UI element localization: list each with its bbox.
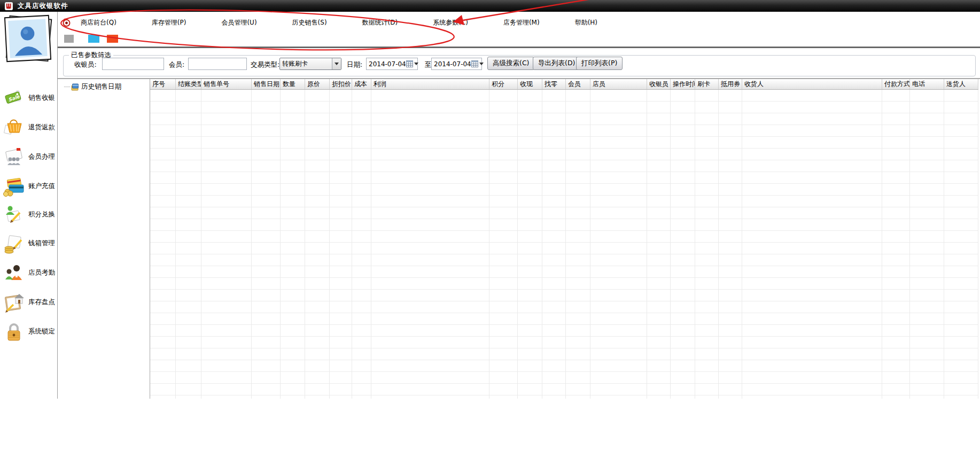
sidebar-item-return-refund[interactable]: 退货返款 [0,114,58,140]
content-area: 历史销售日期 序号 结账类型 销售单号 销售日期 数量 原价 折扣价 成本 利润… [58,78,980,399]
mdi-square-orange[interactable] [107,35,118,43]
table-grid-column [944,90,978,399]
table-grid-column [910,90,944,399]
date-to-picker[interactable]: 2014-07-04 [431,58,482,70]
column-header[interactable]: 送货人 [944,79,978,89]
table-grid-column [281,90,305,399]
table-grid-column [671,90,695,399]
tree-item-label: 历史销售日期 [81,82,121,91]
column-header[interactable]: 收现 [518,79,542,89]
sidebar-item-label: 积分兑换 [28,210,55,219]
sidebar-item-label: 账户充值 [28,182,55,191]
column-header[interactable]: 序号 [150,79,176,89]
chevron-down-icon [479,63,484,65]
table-grid-column [176,90,201,399]
screen: 文具店收银软件 Sale 销售收银 [0,0,980,466]
column-header[interactable]: 操作时间 [671,79,695,89]
table-body [150,90,978,399]
return-basket-icon [3,116,25,138]
column-header[interactable]: 收银员 [647,79,671,89]
cashier-label: 收银员: [74,60,97,69]
sidebar-item-system-lock[interactable]: 系统锁定 [0,319,58,344]
column-header[interactable]: 原价 [305,79,330,89]
column-header[interactable]: 会员 [566,79,590,89]
sidebar-item-label: 销售收银 [28,94,55,103]
table-grid-column [647,90,671,399]
sidebar-item-staff-attendance[interactable]: 店员考勤 [0,260,58,285]
table-grid-column [566,90,590,399]
filter-group: 已售参数筛选 收银员: 会员: 交易类型: 转账刷卡 日期: 2014-07-0… [63,55,976,76]
titlebar: 文具店收银软件 [0,0,980,12]
menu-item-statistics[interactable]: 数据统计(D) [360,17,400,28]
mdi-window-squares [63,34,127,44]
column-header[interactable]: 付款方式 [882,79,910,89]
print-list-button[interactable]: 打印列表(P) [576,57,623,70]
member-input[interactable] [188,58,247,70]
table-grid-column [201,90,252,399]
member-label: 会员: [169,60,184,69]
column-header[interactable]: 结账类型 [176,79,201,89]
chevron-down-icon [414,63,418,65]
mdi-square-cyan[interactable] [88,35,99,43]
attendance-icon [3,262,25,283]
sidebar-item-membership[interactable]: 会员办理 [0,144,58,169]
sidebar-item-label: 钱箱管理 [28,239,55,248]
tree-item-history-sales-date[interactable]: 历史销售日期 [64,82,150,91]
export-list-button[interactable]: 导出列表(D) [533,57,580,70]
table-header-row: 序号 结账类型 销售单号 销售日期 数量 原价 折扣价 成本 利润 积分 收现 … [150,79,978,90]
sales-table: 序号 结账类型 销售单号 销售日期 数量 原价 折扣价 成本 利润 积分 收现 … [150,79,978,399]
menu-item-store-front[interactable]: 商店前台(Q) [79,17,119,28]
toolbar-divider [58,46,980,48]
table-grid-column [305,90,330,399]
column-header[interactable]: 找零 [542,79,566,89]
column-header[interactable]: 积分 [489,79,518,89]
menu-item-help[interactable]: 帮助(H) [573,17,600,28]
sidebar-item-points-exchange[interactable]: 积分兑换 [0,201,58,227]
column-header[interactable]: 刷卡 [695,79,719,89]
table-grid-column [719,90,742,399]
lock-icon [3,321,25,342]
cashier-input[interactable] [102,58,164,70]
menu-item-system-params[interactable]: 系统参数(C) [431,17,470,28]
advanced-search-button[interactable]: 高级搜索(C) [487,57,534,70]
table-grid-column [252,90,281,399]
table-grid-column [542,90,566,399]
person-icon [8,19,48,58]
table-grid-column [882,90,910,399]
column-header[interactable]: 收货人 [742,79,882,89]
sidebar-item-stocktake[interactable]: 库存盘点 [0,289,58,315]
sidebar-item-cashbox[interactable]: 钱箱管理 [0,230,58,256]
date-from-picker[interactable]: 2014-07-04 [366,58,418,70]
column-header[interactable]: 成本 [352,79,371,89]
trade-type-value: 转账刷卡 [280,59,332,68]
tree-connector [64,87,70,87]
column-header[interactable]: 销售日期 [252,79,281,89]
app-logo-icon [5,2,13,10]
menu-item-inventory[interactable]: 库存管理(P) [150,17,189,28]
trade-type-select[interactable]: 转账刷卡 [279,58,341,70]
column-header[interactable]: 利润 [371,79,489,89]
ledger-icon [71,83,79,91]
menu-item-store-manage[interactable]: 店务管理(M) [501,17,542,28]
column-header[interactable]: 数量 [281,79,305,89]
sidebar-item-label: 店员考勤 [28,268,55,277]
cashbox-icon [3,232,25,254]
menu-item-members[interactable]: 会员管理(U) [219,17,259,28]
table-grid-column [371,90,489,399]
menu-item-history-sales[interactable]: 历史销售(S) [290,17,329,28]
member-card-icon [3,146,25,167]
column-header[interactable]: 折扣价 [330,79,352,89]
mdi-square-gray[interactable] [64,35,74,43]
sidebar-item-label: 会员办理 [28,152,55,161]
table-grid-column [330,90,352,399]
column-header[interactable]: 销售单号 [201,79,252,89]
sidebar-item-sale-checkout[interactable]: Sale 销售收银 [0,85,58,111]
sidebar-item-account-recharge[interactable]: 账户充值 [0,173,58,199]
table-grid-column [742,90,882,399]
column-header[interactable]: 店员 [590,79,647,89]
avatar-front-frame [4,15,51,62]
table-grid-column [590,90,647,399]
column-header[interactable]: 抵用券 [719,79,742,89]
table-grid-column [150,90,176,399]
column-header[interactable]: 电话 [910,79,944,89]
